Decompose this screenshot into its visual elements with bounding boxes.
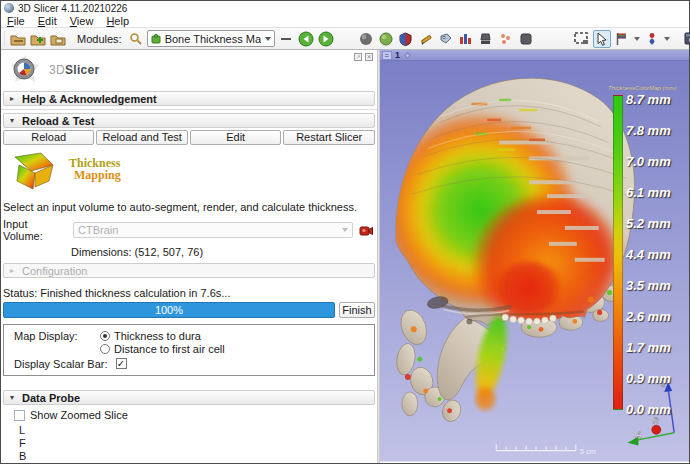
progress-bar: 100%: [3, 302, 335, 318]
volumes-module-icon[interactable]: [377, 30, 395, 48]
module-forward-icon[interactable]: [317, 30, 335, 48]
probe-row-l: L: [19, 424, 377, 437]
view-3d-label: 1: [395, 50, 400, 60]
radio-distance-first-air-cell[interactable]: Distance to first air cell: [100, 343, 225, 355]
scalar-tick-label: 5.2 mm: [626, 217, 671, 231]
window-title: 3D Slicer 4.11.20210226: [18, 3, 127, 14]
module-selector-value: Bone Thickness Mapping: [165, 33, 261, 45]
view-3d-viewport[interactable]: S A R: [380, 61, 689, 463]
place-fiducial-icon[interactable]: [643, 30, 661, 48]
section-configuration: ▸ Configuration: [3, 263, 375, 278]
load-dicom-icon[interactable]: [9, 30, 27, 48]
main-toolbar: Modules: Bone Thickness Mapping: [1, 28, 689, 50]
plots-module-icon[interactable]: [457, 30, 475, 48]
module-history-icon[interactable]: [277, 30, 295, 48]
ruler-label: 5 cm: [580, 447, 596, 456]
scalar-tick-label: 0.9 mm: [626, 372, 671, 386]
input-volume-row: Input Volume: CTBrain: [3, 218, 375, 242]
place-flag-icon[interactable]: [613, 30, 631, 48]
editor-module-icon[interactable]: [477, 30, 495, 48]
show-zoomed-slice-checkbox[interactable]: [14, 410, 25, 421]
models-module-icon[interactable]: [397, 30, 415, 48]
markups-module-icon[interactable]: [417, 30, 435, 48]
progress-row: 100% Finish: [3, 301, 375, 318]
separator: [1, 109, 377, 110]
finish-button[interactable]: Finish: [339, 302, 375, 318]
camera-icon-button[interactable]: [357, 223, 375, 238]
edit-button[interactable]: Edit: [190, 130, 281, 145]
chevron-down-icon[interactable]: [664, 37, 670, 44]
panel-undock-icon[interactable]: ↗: [354, 53, 362, 61]
thickness-mapping-logo-icon: [11, 151, 57, 191]
view-pin-icon[interactable]: =: [382, 51, 392, 60]
collapse-arrow-icon: ▸: [10, 94, 17, 103]
scalar-tick-label: 1.7 mm: [626, 341, 671, 355]
menu-file[interactable]: File: [7, 15, 25, 27]
restart-slicer-button[interactable]: Restart Slicer: [283, 130, 374, 145]
progress-value: 100%: [4, 303, 334, 317]
module-description: Select an input volume to auto-segment, …: [3, 201, 375, 213]
slicer-logo-icon: [9, 55, 41, 85]
dimensions-label: Dimensions: (512, 507, 76): [71, 246, 377, 258]
chevron-down-icon: [265, 37, 271, 44]
display-scalar-bar-checkbox[interactable]: ✓: [116, 358, 127, 369]
transforms-module-icon[interactable]: [497, 30, 515, 48]
save-icon[interactable]: [49, 30, 67, 48]
scalar-bar-labels: 8.7 mm 7.8 mm 7.0 mm 6.1 mm 5.2 mm 4.4 m…: [626, 93, 671, 417]
slicer-logo-text: 3DSlicer: [49, 63, 99, 77]
map-display-groupbox: Map Display: Thickness to dura Distance …: [3, 324, 375, 376]
view-menu-icon[interactable]: [404, 51, 411, 58]
view-3d-header[interactable]: = 1: [380, 50, 689, 61]
toolbar-handle[interactable]: [4, 31, 5, 47]
radio-thickness-to-dura[interactable]: Thickness to dura: [100, 330, 201, 342]
add-data-icon[interactable]: [29, 30, 47, 48]
scalar-tick-label: 3.5 mm: [626, 279, 671, 293]
show-zoomed-slice-label: Show Zoomed Slice: [30, 409, 128, 421]
chevron-down-icon[interactable]: [634, 37, 640, 44]
main-area: ↗ ✕ 3DSlicer ▸ Help & Acknowledgem: [1, 50, 689, 463]
module-selector[interactable]: Bone Thickness Mapping: [147, 30, 275, 47]
capture-view-icon[interactable]: [573, 30, 591, 48]
title-bar[interactable]: 3D Slicer 4.11.20210226: [1, 1, 689, 15]
scalar-tick-label: 0.0 mm: [626, 403, 671, 417]
data-module-icon[interactable]: [357, 30, 375, 48]
probe-axis-labels: L F B: [19, 424, 377, 463]
menu-bar: File Edit View Help: [1, 15, 689, 28]
mouse-interaction-icon[interactable]: [593, 30, 611, 48]
section-reload-test[interactable]: ▾ Reload & Test: [3, 113, 375, 128]
svg-text:R: R: [653, 416, 659, 425]
probe-row-f: F: [19, 437, 377, 450]
reload-button[interactable]: Reload: [3, 130, 94, 145]
slicer-logo-row: 3DSlicer: [1, 50, 377, 90]
modules-label: Modules:: [77, 33, 122, 45]
menu-edit[interactable]: Edit: [38, 15, 57, 27]
module-back-icon[interactable]: [297, 30, 315, 48]
section-help-acknowledgement[interactable]: ▸ Help & Acknowledgement: [3, 91, 375, 106]
scalar-tick-label: 4.4 mm: [626, 248, 671, 262]
panel-close-icon[interactable]: ✕: [365, 53, 373, 61]
collapse-arrow-icon: ▾: [10, 393, 17, 402]
menu-view[interactable]: View: [70, 15, 94, 27]
thickness-mapping-title: Thickness Mapping: [69, 157, 121, 181]
screenshot-icon[interactable]: [683, 30, 690, 48]
scalar-tick-label: 6.1 mm: [626, 186, 671, 200]
module-puzzle-icon: [151, 34, 161, 44]
extensions-module-icon[interactable]: [517, 30, 535, 48]
section-data-probe[interactable]: ▾ Data Probe: [3, 390, 375, 405]
scalar-tick-label: 7.0 mm: [626, 155, 671, 169]
module-panel: ↗ ✕ 3DSlicer ▸ Help & Acknowledgem: [1, 50, 377, 463]
input-volume-selector: CTBrain: [73, 222, 353, 238]
menu-help[interactable]: Help: [106, 15, 129, 27]
slicer-window: 3D Slicer 4.11.20210226 File Edit View H…: [0, 0, 690, 464]
reload-and-test-button[interactable]: Reload and Test: [96, 130, 187, 145]
display-scalar-bar-label: Display Scalar Bar:: [14, 358, 108, 370]
scalar-tick-label: 7.8 mm: [626, 124, 671, 138]
thickness-mapping-logo-row: Thickness Mapping: [11, 151, 377, 195]
annotations-module-icon[interactable]: [437, 30, 455, 48]
module-search-icon[interactable]: [127, 30, 145, 48]
app-icon: [4, 3, 14, 13]
chevron-down-icon: [342, 228, 348, 235]
data-probe-block: ▾ Data Probe Show Zoomed Slice L F B: [1, 389, 377, 463]
status-text: Status: Finished thickness calculation i…: [3, 287, 375, 299]
view-3d: = 1: [380, 50, 689, 463]
